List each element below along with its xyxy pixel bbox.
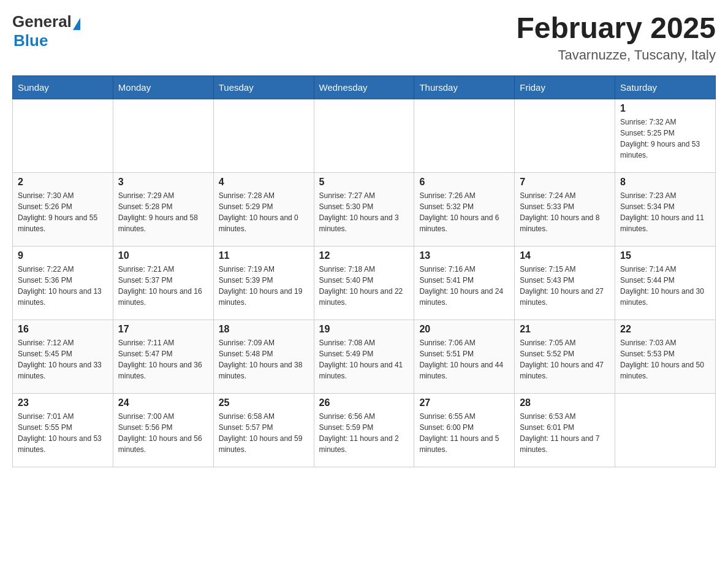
calendar-cell: 10Sunrise: 7:21 AM Sunset: 5:37 PM Dayli… — [113, 246, 213, 320]
week-row-1: 2Sunrise: 7:30 AM Sunset: 5:26 PM Daylig… — [13, 172, 716, 246]
day-number: 18 — [219, 324, 309, 335]
header-friday: Friday — [515, 75, 615, 99]
day-number: 20 — [419, 324, 509, 335]
calendar-cell: 9Sunrise: 7:22 AM Sunset: 5:36 PM Daylig… — [13, 246, 113, 320]
calendar-cell: 14Sunrise: 7:15 AM Sunset: 5:43 PM Dayli… — [515, 246, 615, 320]
calendar-cell: 11Sunrise: 7:19 AM Sunset: 5:39 PM Dayli… — [213, 246, 314, 320]
day-info: Sunrise: 7:30 AM Sunset: 5:26 PM Dayligh… — [18, 190, 108, 234]
day-info: Sunrise: 7:01 AM Sunset: 5:55 PM Dayligh… — [18, 411, 108, 455]
calendar-cell: 5Sunrise: 7:27 AM Sunset: 5:30 PM Daylig… — [314, 172, 414, 246]
calendar-cell: 1Sunrise: 7:32 AM Sunset: 5:25 PM Daylig… — [615, 99, 716, 172]
page-title: February 2025 — [516, 12, 716, 45]
calendar-cell: 3Sunrise: 7:29 AM Sunset: 5:28 PM Daylig… — [113, 172, 213, 246]
calendar-cell: 2Sunrise: 7:30 AM Sunset: 5:26 PM Daylig… — [13, 172, 113, 246]
header-thursday: Thursday — [414, 75, 515, 99]
day-number: 1 — [620, 103, 710, 114]
day-info: Sunrise: 7:00 AM Sunset: 5:56 PM Dayligh… — [118, 411, 208, 455]
calendar-cell: 21Sunrise: 7:05 AM Sunset: 5:52 PM Dayli… — [515, 320, 615, 393]
logo-triangle-icon — [73, 18, 80, 30]
calendar-cell: 25Sunrise: 6:58 AM Sunset: 5:57 PM Dayli… — [213, 393, 314, 467]
day-number: 2 — [18, 177, 108, 188]
day-info: Sunrise: 6:55 AM Sunset: 6:00 PM Dayligh… — [419, 411, 509, 455]
day-info: Sunrise: 7:27 AM Sunset: 5:30 PM Dayligh… — [319, 190, 409, 234]
week-row-4: 23Sunrise: 7:01 AM Sunset: 5:55 PM Dayli… — [13, 393, 716, 467]
calendar-cell: 6Sunrise: 7:26 AM Sunset: 5:32 PM Daylig… — [414, 172, 515, 246]
calendar-cell: 18Sunrise: 7:09 AM Sunset: 5:48 PM Dayli… — [213, 320, 314, 393]
calendar-cell: 15Sunrise: 7:14 AM Sunset: 5:44 PM Dayli… — [615, 246, 716, 320]
week-row-2: 9Sunrise: 7:22 AM Sunset: 5:36 PM Daylig… — [13, 246, 716, 320]
calendar-cell — [515, 99, 615, 172]
calendar-cell: 22Sunrise: 7:03 AM Sunset: 5:53 PM Dayli… — [615, 320, 716, 393]
day-number: 5 — [319, 177, 409, 188]
calendar-cell — [615, 393, 716, 467]
day-info: Sunrise: 6:53 AM Sunset: 6:01 PM Dayligh… — [520, 411, 610, 455]
day-number: 17 — [118, 324, 208, 335]
logo-text-blue: Blue — [13, 31, 48, 50]
calendar-cell: 13Sunrise: 7:16 AM Sunset: 5:41 PM Dayli… — [414, 246, 515, 320]
logo: General Blue — [12, 12, 82, 50]
day-info: Sunrise: 7:09 AM Sunset: 5:48 PM Dayligh… — [219, 337, 309, 381]
day-number: 13 — [419, 250, 509, 261]
header-tuesday: Tuesday — [213, 75, 314, 99]
day-info: Sunrise: 7:22 AM Sunset: 5:36 PM Dayligh… — [18, 264, 108, 308]
calendar-cell — [414, 99, 515, 172]
calendar-cell — [314, 99, 414, 172]
day-info: Sunrise: 7:15 AM Sunset: 5:43 PM Dayligh… — [520, 264, 610, 308]
header-saturday: Saturday — [615, 75, 716, 99]
header-wednesday: Wednesday — [314, 75, 414, 99]
day-number: 24 — [118, 397, 208, 408]
day-info: Sunrise: 7:14 AM Sunset: 5:44 PM Dayligh… — [620, 264, 710, 308]
day-number: 9 — [18, 250, 108, 261]
day-info: Sunrise: 7:11 AM Sunset: 5:47 PM Dayligh… — [118, 337, 208, 381]
day-info: Sunrise: 7:23 AM Sunset: 5:34 PM Dayligh… — [620, 190, 710, 234]
day-number: 27 — [419, 397, 509, 408]
day-number: 25 — [219, 397, 309, 408]
day-info: Sunrise: 7:05 AM Sunset: 5:52 PM Dayligh… — [520, 337, 610, 381]
day-info: Sunrise: 7:12 AM Sunset: 5:45 PM Dayligh… — [18, 337, 108, 381]
calendar-cell — [13, 99, 113, 172]
week-row-3: 16Sunrise: 7:12 AM Sunset: 5:45 PM Dayli… — [13, 320, 716, 393]
calendar-cell: 19Sunrise: 7:08 AM Sunset: 5:49 PM Dayli… — [314, 320, 414, 393]
calendar-cell: 27Sunrise: 6:55 AM Sunset: 6:00 PM Dayli… — [414, 393, 515, 467]
day-number: 16 — [18, 324, 108, 335]
day-number: 12 — [319, 250, 409, 261]
day-number: 10 — [118, 250, 208, 261]
page-header: General Blue February 2025 Tavarnuzze, T… — [12, 12, 716, 63]
week-row-0: 1Sunrise: 7:32 AM Sunset: 5:25 PM Daylig… — [13, 99, 716, 172]
day-number: 28 — [520, 397, 610, 408]
day-info: Sunrise: 7:28 AM Sunset: 5:29 PM Dayligh… — [219, 190, 309, 234]
calendar-cell: 16Sunrise: 7:12 AM Sunset: 5:45 PM Dayli… — [13, 320, 113, 393]
day-number: 19 — [319, 324, 409, 335]
calendar-cell: 12Sunrise: 7:18 AM Sunset: 5:40 PM Dayli… — [314, 246, 414, 320]
day-info: Sunrise: 7:18 AM Sunset: 5:40 PM Dayligh… — [319, 264, 409, 308]
calendar-cell: 20Sunrise: 7:06 AM Sunset: 5:51 PM Dayli… — [414, 320, 515, 393]
calendar-table: SundayMondayTuesdayWednesdayThursdayFrid… — [12, 75, 716, 467]
day-number: 22 — [620, 324, 710, 335]
title-block: February 2025 Tavarnuzze, Tuscany, Italy — [516, 12, 716, 63]
day-info: Sunrise: 7:29 AM Sunset: 5:28 PM Dayligh… — [118, 190, 208, 234]
day-info: Sunrise: 7:03 AM Sunset: 5:53 PM Dayligh… — [620, 337, 710, 381]
day-info: Sunrise: 7:16 AM Sunset: 5:41 PM Dayligh… — [419, 264, 509, 308]
logo-text-general: General — [12, 12, 72, 31]
day-number: 8 — [620, 177, 710, 188]
header-sunday: Sunday — [13, 75, 113, 99]
calendar-cell — [213, 99, 314, 172]
calendar-cell: 17Sunrise: 7:11 AM Sunset: 5:47 PM Dayli… — [113, 320, 213, 393]
page-subtitle: Tavarnuzze, Tuscany, Italy — [516, 47, 716, 63]
calendar-cell: 8Sunrise: 7:23 AM Sunset: 5:34 PM Daylig… — [615, 172, 716, 246]
day-number: 15 — [620, 250, 710, 261]
day-number: 14 — [520, 250, 610, 261]
logo-general-text: General Blue — [12, 12, 82, 50]
day-info: Sunrise: 7:26 AM Sunset: 5:32 PM Dayligh… — [419, 190, 509, 234]
day-info: Sunrise: 6:56 AM Sunset: 5:59 PM Dayligh… — [319, 411, 409, 455]
header-monday: Monday — [113, 75, 213, 99]
calendar-header-row: SundayMondayTuesdayWednesdayThursdayFrid… — [13, 75, 716, 99]
calendar-cell — [113, 99, 213, 172]
day-number: 21 — [520, 324, 610, 335]
day-number: 23 — [18, 397, 108, 408]
calendar-cell: 23Sunrise: 7:01 AM Sunset: 5:55 PM Dayli… — [13, 393, 113, 467]
day-number: 7 — [520, 177, 610, 188]
day-info: Sunrise: 7:06 AM Sunset: 5:51 PM Dayligh… — [419, 337, 509, 381]
day-info: Sunrise: 7:32 AM Sunset: 5:25 PM Dayligh… — [620, 117, 710, 161]
calendar-cell: 4Sunrise: 7:28 AM Sunset: 5:29 PM Daylig… — [213, 172, 314, 246]
